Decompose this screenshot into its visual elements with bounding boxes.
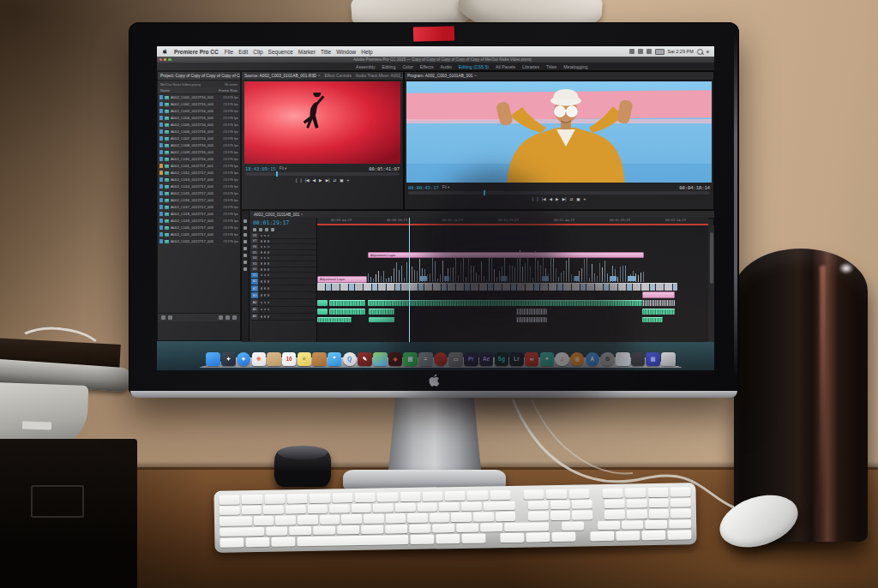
track-toggle-dot[interactable] (261, 262, 263, 265)
keyboard-key[interactable] (254, 516, 274, 525)
keyboard-key[interactable] (528, 501, 549, 510)
track-target-toggle[interactable]: V7 (251, 239, 258, 244)
transport-button[interactable]: + (584, 197, 586, 201)
workspace-tab-color[interactable]: Color (402, 64, 412, 69)
project-clip-row[interactable]: A002_C010_0122716_00123.976 fps (158, 156, 240, 163)
trash-icon[interactable] (661, 352, 676, 367)
keyboard-key[interactable] (410, 534, 434, 543)
track-toggle-dot[interactable] (268, 240, 270, 243)
slip-tool-icon[interactable] (244, 247, 247, 250)
transport-button[interactable]: ▶| (562, 197, 567, 201)
track-toggle-dot[interactable] (264, 251, 267, 254)
timeline-clip-blue[interactable] (610, 276, 616, 281)
workspace-tab-effects[interactable]: Effects (420, 64, 434, 69)
track-toggle-dot[interactable] (261, 268, 263, 271)
timeline-clip-darkwave[interactable] (642, 300, 675, 306)
transport-button[interactable]: ◀ (550, 197, 553, 201)
track-toggle-dot[interactable] (261, 287, 263, 290)
track-toggle-dot[interactable] (264, 246, 267, 249)
project-clip-row[interactable]: A002_C001_0122716_00123.976 fps (158, 94, 240, 101)
timeline-clip-teal[interactable] (317, 309, 328, 315)
menu-bar-clock[interactable]: Sat 2:29 PM (668, 49, 694, 54)
track-toggle-dot[interactable] (261, 251, 263, 254)
source-video-viewer[interactable] (244, 81, 400, 164)
safari-icon[interactable]: ✦ (237, 352, 251, 367)
calendar-icon[interactable]: 16 (282, 352, 297, 367)
keyboard-key[interactable] (669, 519, 691, 529)
keyboard-key[interactable] (332, 493, 352, 502)
track-target-toggle[interactable]: V6 (251, 244, 258, 249)
timeline-settings-icon[interactable] (259, 228, 262, 231)
project-clip-row[interactable]: A002_C014_0122717_00123.976 fps (158, 183, 240, 190)
timeline-clip-tealwave[interactable] (329, 300, 365, 306)
program-zoom-select[interactable]: Fit ▾ (442, 185, 450, 189)
keyboard-key[interactable] (245, 537, 269, 547)
new-bin-icon[interactable] (219, 315, 223, 320)
keyboard-key[interactable] (351, 503, 371, 513)
track-toggle-dot[interactable] (264, 294, 267, 297)
tab-audio-track-mixer[interactable]: Audio Track Mixer: A002_C003_0101AB_M (356, 74, 403, 78)
keyboard-key[interactable] (275, 515, 296, 525)
keyboard-key[interactable] (572, 500, 592, 509)
track-target-toggle[interactable]: A2 (251, 285, 258, 291)
project-clip-row[interactable]: A002_C005_0122716_00123.976 fps (158, 122, 240, 129)
track-header-a2[interactable]: A2 (250, 285, 316, 292)
contacts-icon[interactable] (312, 352, 327, 367)
transport-button[interactable]: ▶ (556, 197, 559, 201)
delete-icon[interactable] (232, 315, 237, 320)
track-target-toggle[interactable]: V2 (251, 267, 258, 273)
launchpad-icon[interactable]: ✦ (221, 352, 236, 367)
menu-item-title[interactable]: Title (321, 49, 331, 55)
track-target-toggle[interactable]: A1 (251, 279, 258, 285)
keyboard-key[interactable] (286, 505, 306, 514)
keyboard-key[interactable] (436, 534, 460, 543)
track-toggle-dot[interactable] (264, 302, 267, 304)
timeline-clip-pink[interactable] (642, 291, 675, 298)
track-target-toggle[interactable]: A4 (251, 299, 258, 305)
timeline-clip-tealwave[interactable] (317, 317, 352, 322)
keyboard-key[interactable] (385, 513, 406, 523)
close-window-button[interactable] (159, 58, 162, 61)
folder-tan-icon[interactable] (267, 352, 281, 367)
column-name[interactable]: Name (160, 88, 219, 93)
track-header-a1[interactable]: A1 (250, 279, 316, 285)
track-select-tool-icon[interactable] (244, 226, 247, 230)
keyboard-key[interactable] (310, 494, 330, 503)
track-toggle-dot[interactable] (264, 309, 267, 311)
track-target-toggle[interactable]: A3 (251, 292, 258, 298)
track-toggle-dot[interactable] (268, 251, 270, 254)
track-toggle-dot[interactable] (264, 274, 267, 277)
keyboard-key[interactable] (409, 524, 431, 533)
track-toggle-dot[interactable] (261, 309, 263, 311)
keyboard-key[interactable] (220, 506, 240, 515)
project-clip-row[interactable]: A002_C006_0122716_00123.976 fps (158, 129, 240, 135)
keyboard-key[interactable] (298, 535, 408, 546)
hand-tool-icon[interactable] (244, 261, 247, 264)
marker-icon[interactable] (265, 228, 268, 231)
keyboard-key[interactable] (461, 533, 485, 543)
keyboard-key[interactable] (671, 498, 691, 507)
track-toggle-dot[interactable] (264, 287, 267, 290)
new-item-icon[interactable] (226, 315, 230, 320)
keyboard-key[interactable] (483, 501, 515, 510)
keyboard-key[interactable] (220, 495, 240, 504)
track-toggle-dot[interactable] (268, 274, 270, 277)
track-toggle-dot[interactable] (261, 315, 263, 318)
icon-view-icon[interactable] (168, 315, 172, 320)
snap-icon[interactable] (253, 228, 256, 231)
project-clip-row[interactable]: A002_C016_0122717_00123.976 fps (158, 197, 240, 204)
workspace-tab-assembly[interactable]: Assembly (356, 64, 376, 69)
menu-item-clip[interactable]: Clip (253, 49, 262, 55)
menu-item-window[interactable]: Window (336, 49, 356, 55)
timeline-clip-tealwave[interactable] (642, 309, 675, 315)
keyboard-key[interactable] (602, 489, 622, 498)
track-header-v8[interactable]: V8 (250, 233, 316, 239)
zoom-tool-icon[interactable] (244, 267, 247, 271)
tab-effect-controls[interactable]: Effect Controls (324, 74, 351, 78)
keyboard-key[interactable] (590, 531, 614, 541)
timeline-clip-pink[interactable]: Adjustment Layer (317, 276, 367, 283)
workspace-tab-libraries[interactable]: Libraries (522, 64, 539, 69)
keyboard-key[interactable] (241, 505, 262, 514)
keyboard-key[interactable] (430, 513, 450, 522)
scrollbar-handle[interactable] (710, 232, 713, 284)
